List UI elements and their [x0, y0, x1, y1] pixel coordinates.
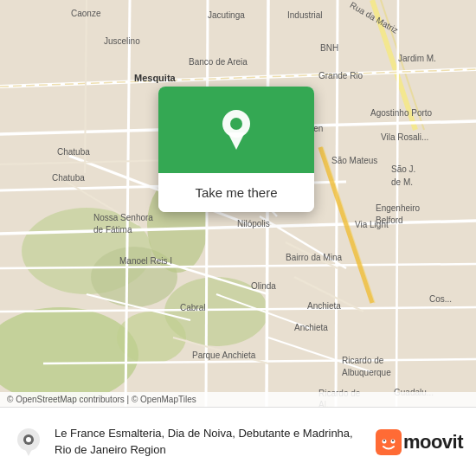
bottom-bar: Le France Esmalteria, Dia de Noiva, Debu… — [0, 407, 476, 476]
svg-point-47 — [383, 440, 385, 441]
attribution-text: © OpenStreetMap contributors | © OpenMap… — [7, 395, 196, 404]
attribution-bar: © OpenStreetMap contributors | © OpenMap… — [0, 392, 476, 407]
map-container: Caonze Juscelino Jacutinga Industrial BN… — [0, 0, 476, 407]
svg-point-38 — [230, 118, 242, 130]
location-icon — [13, 427, 44, 458]
location-popup: Take me there — [158, 87, 314, 212]
svg-rect-44 — [376, 429, 402, 455]
popup-green-area — [158, 87, 314, 173]
svg-marker-43 — [23, 446, 34, 456]
svg-point-42 — [26, 437, 31, 442]
location-name: Le France Esmalteria, Dia de Noiva, Debu… — [55, 426, 365, 457]
moovit-logo: moovit — [376, 429, 463, 455]
location-pin-icon — [219, 108, 254, 151]
take-me-there-button[interactable]: Take me there — [158, 173, 314, 212]
moovit-text: moovit — [403, 431, 463, 453]
moovit-face-icon — [376, 429, 402, 455]
location-info-block: Le France Esmalteria, Dia de Noiva, Debu… — [55, 426, 365, 457]
svg-marker-39 — [228, 132, 245, 150]
svg-point-48 — [392, 440, 394, 441]
